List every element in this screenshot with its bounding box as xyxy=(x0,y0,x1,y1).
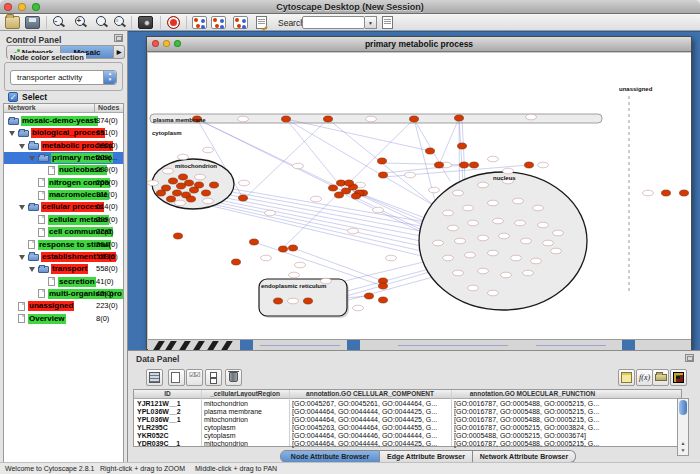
node-color-dropdown[interactable]: transporter activity ▲▼ xyxy=(10,70,117,85)
attribute-table-header[interactable]: ID_cellularLayoutRegionannotation.GO CEL… xyxy=(134,390,681,399)
search-input[interactable] xyxy=(302,16,365,29)
network-window-titlebar[interactable]: primary metabolic process xyxy=(147,37,691,52)
attribute-boxes-icon[interactable] xyxy=(205,369,222,386)
tree-row[interactable]: unassigned223(0) xyxy=(4,300,123,312)
table-cell[interactable]: [GO:0016787, GO:0005215, GO:0003824, G..… xyxy=(454,424,613,432)
node-label-oval xyxy=(448,225,459,231)
float-panel-icon[interactable] xyxy=(114,34,123,42)
tree-row[interactable]: metabolic process280(0) xyxy=(4,140,123,152)
tree-row[interactable]: nitrogen compo209(0) xyxy=(4,177,123,189)
expander-triangle-icon[interactable] xyxy=(9,131,15,136)
table-cell[interactable]: [GO:0044464, GO:0044446, GO:0044444, G..… xyxy=(292,432,450,440)
strip-scroll-thumb[interactable] xyxy=(240,340,253,350)
zoom-in-icon[interactable]: + xyxy=(74,16,87,29)
delete-attribute-trash-icon-glyph xyxy=(229,372,238,382)
create-view-icon[interactable] xyxy=(211,16,226,29)
attribute-table[interactable]: ID_cellularLayoutRegionannotation.GO CEL… xyxy=(133,389,682,447)
table-cell[interactable]: cytoplasm xyxy=(204,432,288,440)
table-cell[interactable]: plasma membrane xyxy=(204,408,288,416)
tree-row[interactable]: mosaic-demo-yeast874(0) xyxy=(4,115,123,127)
table-col-header[interactable]: annotation.GO CELLULAR_COMPONENT xyxy=(289,390,451,397)
expander-triangle-icon[interactable] xyxy=(19,255,25,260)
search-dropdown-icon[interactable]: ▼ xyxy=(365,16,377,29)
zoom-out-icon[interactable]: - xyxy=(52,16,65,29)
tree-row[interactable]: establishment of lo558(0) xyxy=(4,251,123,263)
import-attributes-folder-icon[interactable] xyxy=(652,369,669,386)
matrix-view-icon[interactable] xyxy=(670,369,687,386)
float-data-panel-icon[interactable] xyxy=(685,354,694,362)
expander-triangle-icon[interactable] xyxy=(29,267,35,272)
table-cell[interactable]: YLR295C xyxy=(137,424,200,432)
destroy-view-icon[interactable] xyxy=(233,16,248,29)
table-cell[interactable]: YJR121W__1 xyxy=(137,400,200,408)
attribute-checklist-icon[interactable]: ☑☑ xyxy=(186,369,203,386)
scrollbar-thumb[interactable] xyxy=(679,400,687,415)
attribute-select-icon[interactable] xyxy=(146,369,163,386)
tree-row[interactable]: nucleobase-209(0) xyxy=(4,164,123,176)
table-col-header[interactable]: _cellularLayoutRegion xyxy=(201,390,289,397)
tree-row[interactable]: macromolecule311(0) xyxy=(4,189,123,201)
scroll-up-icon[interactable]: ▲ xyxy=(678,440,688,447)
table-cell[interactable]: YKR052C xyxy=(137,432,200,440)
node-label-oval xyxy=(195,174,206,180)
table-col-header[interactable]: annotation.GO MOLECULAR_FUNCTION xyxy=(451,390,614,397)
snapshot-camera-icon[interactable] xyxy=(138,16,153,29)
tree-row[interactable]: transport558(0) xyxy=(4,263,123,275)
expander-triangle-icon[interactable] xyxy=(19,205,25,210)
open-session-icon[interactable] xyxy=(5,16,20,29)
dropdown-stepper-icon[interactable]: ▲▼ xyxy=(103,71,116,84)
table-cell[interactable]: YPL036W__1 xyxy=(137,416,200,424)
search-config-icon[interactable] xyxy=(382,16,393,29)
scroll-down-icon[interactable]: ▼ xyxy=(678,447,688,454)
network-manager-icon[interactable] xyxy=(192,16,207,29)
tab-overflow-arrow[interactable]: ▶ xyxy=(114,45,125,59)
delete-attribute-trash-icon[interactable] xyxy=(225,369,242,386)
desktop-area: primary metabolic process plasma membran… xyxy=(128,31,700,350)
expander-triangle-icon[interactable] xyxy=(29,156,35,161)
new-attribute-icon[interactable] xyxy=(168,369,185,386)
tree-row[interactable]: cellular metabo209(0) xyxy=(4,214,123,226)
table-cell[interactable]: [GO:0045263, GO:0044464, GO:0044455, G..… xyxy=(292,424,450,432)
tree-row[interactable]: secretion41(0) xyxy=(4,276,123,288)
strip-scroll-thumb[interactable] xyxy=(347,340,360,350)
tree-row[interactable]: response to stimul264(0) xyxy=(4,239,123,251)
table-cell[interactable]: [GO:0044464, GO:0044444, GO:0044425, G..… xyxy=(292,440,450,448)
node-color-selection-label: Node color selection xyxy=(8,53,86,62)
table-cell[interactable]: [GO:0005488, GO:0005215, GO:0003674] xyxy=(454,432,613,440)
table-cell[interactable]: [GO:0044464, GO:0044444, GO:0044425, G..… xyxy=(292,408,450,416)
tree-row[interactable]: cell communicat22(0) xyxy=(4,226,123,238)
zoom-selected-icon[interactable] xyxy=(95,16,108,29)
table-cell[interactable]: mitochondrion xyxy=(204,416,288,424)
notes-icon[interactable] xyxy=(618,369,635,386)
help-lifesaver-icon[interactable] xyxy=(167,16,180,29)
zoom-fit-icon[interactable]: ▫ xyxy=(113,16,126,29)
table-cell[interactable]: mitochondrion xyxy=(204,440,288,448)
table-cell[interactable]: [GO:0044464, GO:0044444, GO:0044425, G..… xyxy=(292,416,450,424)
select-nodes-checkbox[interactable]: ✓ xyxy=(8,92,18,102)
vizmapper-icon[interactable] xyxy=(256,16,267,29)
table-cell[interactable]: [GO:0016787, GO:0005488, GO:0005215, G..… xyxy=(454,400,613,408)
table-cell[interactable]: YPL036W__2 xyxy=(137,408,200,416)
network-view-window[interactable]: primary metabolic process plasma membran… xyxy=(146,36,692,350)
tree-row[interactable]: multi-organism pro42(0) xyxy=(4,288,123,300)
table-cell[interactable]: [GO:0045267, GO:0045261, GO:0044464, G..… xyxy=(292,400,450,408)
expander-triangle-icon[interactable] xyxy=(19,144,25,149)
tree-row[interactable]: biological_process651(0) xyxy=(4,127,123,139)
table-cell[interactable]: [GO:0016787, GO:0005488, GO:0005215, G..… xyxy=(454,408,613,416)
table-cell[interactable]: mitochondrion xyxy=(204,400,288,408)
tree-row[interactable]: Overview8(0) xyxy=(4,313,123,325)
table-cell[interactable]: YDR039C__1 xyxy=(137,440,200,448)
network-node xyxy=(352,193,361,199)
save-session-icon[interactable] xyxy=(25,16,40,29)
function-builder-icon[interactable]: f(x) xyxy=(636,369,653,386)
tree-row[interactable]: cellular process614(0) xyxy=(4,201,123,213)
network-canvas[interactable]: plasma membranecytoplasmmitochondrionnuc… xyxy=(148,53,691,339)
table-cell[interactable]: cytoplasm xyxy=(204,424,288,432)
strip-scroll-thumb[interactable] xyxy=(622,340,635,350)
tree-row[interactable]: primary metabo209(... xyxy=(4,152,123,164)
table-cell[interactable]: [GO:0016787, GO:0005488, GO:0005215, G..… xyxy=(454,416,613,424)
table-cell[interactable]: [GO:0016787, GO:0005488, GO:0005215, G..… xyxy=(454,440,613,448)
table-scrollbar[interactable]: ▲ ▼ xyxy=(677,398,689,456)
table-col-header[interactable]: ID xyxy=(134,390,201,397)
node-label-oval xyxy=(643,190,654,196)
